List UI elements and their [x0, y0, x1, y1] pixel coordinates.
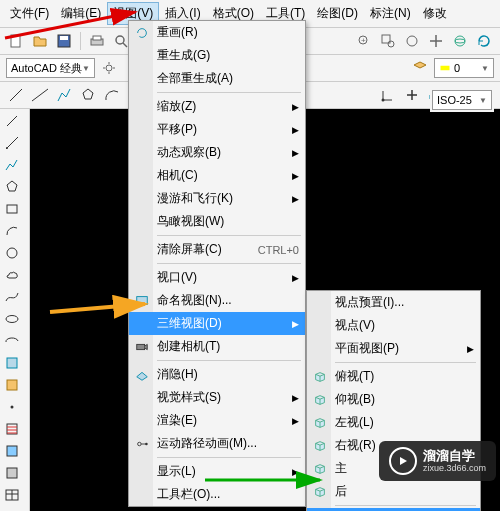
pan-icon[interactable]	[426, 31, 446, 51]
insert-block-icon[interactable]	[2, 353, 22, 373]
submenu-arrow-icon: ▶	[292, 125, 299, 135]
zoom-window-icon[interactable]	[378, 31, 398, 51]
cube-icon	[311, 392, 329, 408]
xline-icon[interactable]	[30, 85, 50, 105]
menu-draw[interactable]: 绘图(D)	[311, 2, 364, 25]
svg-line-37	[5, 12, 135, 38]
poly-icon[interactable]	[78, 85, 98, 105]
svg-line-17	[32, 89, 48, 101]
sub-left[interactable]: 左视(L)	[307, 411, 480, 434]
ellipse-arc-icon[interactable]	[2, 331, 22, 351]
menu-camera[interactable]: 相机(C)▶	[129, 164, 305, 187]
sub-viewpoint-preset[interactable]: 视点预置(I)...	[307, 291, 480, 314]
ellipse-icon[interactable]	[2, 309, 22, 329]
svg-line-38	[50, 304, 145, 312]
svg-point-24	[7, 248, 17, 258]
zoom-prev-icon[interactable]	[402, 31, 422, 51]
hide-icon	[133, 367, 151, 383]
plus-icon[interactable]	[402, 85, 422, 105]
submenu-arrow-icon: ▶	[292, 393, 299, 403]
watermark-badge: 溜溜自学 zixue.3d66.com	[379, 441, 496, 481]
toolbar-draw-v	[0, 109, 30, 511]
svg-rect-30	[7, 446, 17, 456]
menu-cleanscreen[interactable]: 清除屏幕(C)CTRL+0	[129, 238, 305, 261]
sub-top[interactable]: 俯视(T)	[307, 365, 480, 388]
arc2-icon[interactable]	[102, 85, 122, 105]
sub-bottom[interactable]: 仰视(B)	[307, 388, 480, 411]
circle-icon[interactable]	[2, 243, 22, 263]
ucs-icon[interactable]	[378, 85, 398, 105]
menu-hide[interactable]: 消隐(H)	[129, 363, 305, 386]
menu-orbit[interactable]: 动态观察(B)▶	[129, 141, 305, 164]
watermark-url: zixue.3d66.com	[423, 463, 486, 474]
revcloud-icon[interactable]	[2, 265, 22, 285]
gradient-icon[interactable]	[2, 441, 22, 461]
pline2-icon[interactable]	[2, 155, 22, 175]
orbit-icon[interactable]	[450, 31, 470, 51]
camera-icon	[133, 339, 151, 355]
pline-icon[interactable]	[54, 85, 74, 105]
dimstyle-area: ISO-25▼	[430, 88, 494, 112]
zoom-realtime-icon[interactable]: +	[354, 31, 374, 51]
watermark-title: 溜溜自学	[423, 448, 486, 464]
menu-aerial[interactable]: 鸟瞰视图(W)	[129, 210, 305, 233]
svg-rect-15	[441, 66, 450, 71]
svg-rect-31	[7, 468, 17, 478]
sub-planview[interactable]: 平面视图(P)▶	[307, 337, 480, 360]
svg-rect-34	[137, 344, 145, 349]
menu-viewports[interactable]: 视口(V)▶	[129, 266, 305, 289]
menu-walkfly[interactable]: 漫游和飞行(K)▶	[129, 187, 305, 210]
menu-motion[interactable]: 运动路径动画(M)...	[129, 432, 305, 455]
svg-point-36	[145, 442, 148, 445]
menu-regen[interactable]: 重生成(G)	[129, 44, 305, 67]
menu-modify[interactable]: 修改	[417, 2, 453, 25]
submenu-arrow-icon: ▶	[292, 194, 299, 204]
table-icon[interactable]	[2, 485, 22, 505]
menu-visualstyle[interactable]: 视觉样式(S)▶	[129, 386, 305, 409]
layer-props-icon[interactable]	[410, 58, 430, 78]
svg-point-11	[407, 36, 417, 46]
ray-icon[interactable]	[2, 133, 22, 153]
svg-line-6	[123, 43, 127, 47]
svg-text:+: +	[361, 36, 366, 45]
play-icon	[389, 447, 417, 475]
svg-point-28	[11, 406, 14, 409]
svg-point-35	[138, 442, 142, 446]
region-icon[interactable]	[2, 463, 22, 483]
hatch-icon[interactable]	[2, 419, 22, 439]
svg-rect-23	[7, 205, 17, 213]
submenu-arrow-icon: ▶	[292, 171, 299, 181]
view-menu-dropdown: 重画(R) 重生成(G) 全部重生成(A) 缩放(Z)▶ 平移(P)▶ 动态观察…	[128, 20, 306, 507]
line2-icon[interactable]	[6, 85, 26, 105]
menu-dim[interactable]: 标注(N)	[364, 2, 417, 25]
polygon-icon[interactable]	[2, 177, 22, 197]
make-block-icon[interactable]	[2, 375, 22, 395]
cube-icon	[311, 438, 329, 454]
sub-viewpoint[interactable]: 视点(V)	[307, 314, 480, 337]
dimstyle-combo[interactable]: ISO-25▼	[432, 90, 492, 110]
point-icon[interactable]	[2, 397, 22, 417]
menu-regenall[interactable]: 全部重生成(A)	[129, 67, 305, 90]
cube-icon	[311, 415, 329, 431]
refresh-icon[interactable]	[474, 31, 494, 51]
menu-createcam[interactable]: 创建相机(T)	[129, 335, 305, 358]
submenu-arrow-icon: ▶	[292, 416, 299, 426]
svg-point-25	[6, 316, 18, 323]
svg-point-19	[382, 99, 385, 102]
menu-zoom[interactable]: 缩放(Z)▶	[129, 95, 305, 118]
cube-icon	[311, 369, 329, 385]
svg-line-21	[6, 137, 18, 149]
arc-icon[interactable]	[2, 221, 22, 241]
menu-render[interactable]: 渲染(E)▶	[129, 409, 305, 432]
svg-point-22	[6, 147, 8, 149]
workspace-combo[interactable]: AutoCAD 经典▼	[6, 58, 95, 78]
submenu-arrow-icon: ▶	[292, 102, 299, 112]
svg-line-16	[10, 89, 22, 101]
line-icon[interactable]	[2, 111, 22, 131]
menu-pan[interactable]: 平移(P)▶	[129, 118, 305, 141]
layer-combo[interactable]: 0▼	[434, 58, 494, 78]
gear-icon[interactable]	[99, 58, 119, 78]
rect-icon[interactable]	[2, 199, 22, 219]
spline-icon[interactable]	[2, 287, 22, 307]
annotation-arrow-yellow	[45, 290, 165, 320]
